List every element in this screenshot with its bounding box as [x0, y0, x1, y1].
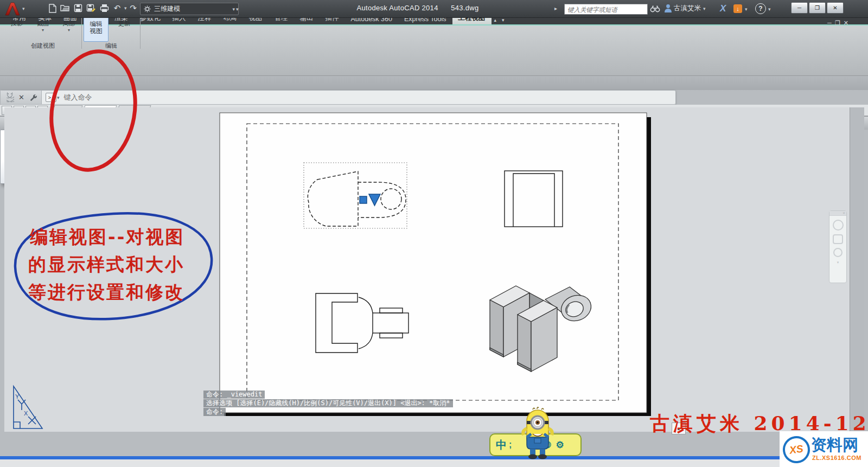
save-icon[interactable] — [72, 2, 85, 14]
command-history-line3: 命令: — [203, 408, 226, 416]
save-as-icon[interactable] — [85, 2, 98, 14]
command-line-bar[interactable]: ✕ >_ ▾ — [0, 90, 676, 105]
ribbon-panel: 投影 A A 截面 ▾ A 局部 ▾ 编辑视图 ↻ — [0, 24, 868, 76]
workspace-switcher[interactable]: 三维建模 ▾ — [140, 3, 239, 15]
redo-icon[interactable]: ↷ — [127, 2, 140, 14]
section-dropdown-icon[interactable]: ▾ — [42, 28, 44, 33]
a360-dropdown-icon[interactable]: ▾ — [745, 7, 748, 12]
section-view-label: 截面 — [37, 20, 49, 27]
ime-punctuation-icon[interactable]: ; — [509, 440, 512, 450]
help-icon[interactable]: ? — [755, 3, 766, 14]
logo-ring: XS — [781, 434, 812, 465]
qat-overflow-icon[interactable]: ▾ — [236, 7, 239, 12]
document-window-controls: ─❐✕ — [827, 20, 852, 27]
doc-close-icon[interactable]: ✕ — [844, 20, 852, 26]
search-input[interactable] — [565, 5, 647, 15]
pan-hand-icon[interactable] — [833, 234, 843, 244]
logo-site-url: ZL.XS1616.COM — [812, 455, 861, 461]
right-window-frame — [850, 107, 864, 432]
window-title: Autodesk AutoCAD 2014 543.dwg — [293, 4, 542, 12]
help-dropdown-icon[interactable]: ▾ — [768, 7, 771, 12]
command-prompt-icon[interactable]: >_ — [46, 93, 56, 102]
detail-dropdown-icon[interactable]: ▾ — [68, 28, 70, 33]
workspace-label: 三维建模 — [154, 4, 228, 14]
doc-minimize-icon[interactable]: ─ — [827, 20, 835, 26]
open-file-icon[interactable] — [59, 2, 72, 14]
customize-wrench-icon[interactable] — [29, 93, 37, 101]
steering-wheel-icon[interactable] — [833, 220, 844, 231]
ime-language-indicator[interactable]: 中 — [496, 438, 507, 452]
doc-restore-icon[interactable]: ❐ — [835, 20, 844, 26]
create-view-group-label: 创建视图 — [4, 41, 81, 50]
navbar-more-icon[interactable]: ▾ — [829, 260, 846, 265]
file-tab-bar: Drawing1* 543.dwg — [0, 76, 868, 90]
app-menu-dropdown-icon[interactable]: ▾ — [22, 6, 25, 11]
infocenter-expand-icon[interactable]: ▸ — [554, 5, 557, 11]
user-dropdown-icon[interactable]: ▾ — [703, 6, 706, 11]
page-background — [0, 459, 868, 467]
site-watermark: XS 资料网 ZL.XS1616.COM — [780, 431, 868, 467]
navigation-bar[interactable]: ✕ ▾ — [829, 210, 847, 283]
annotation-text-line2: 的显示样式和大小 — [28, 253, 184, 277]
ime-toolbar[interactable]: 中 ; ☽ ⚙ — [489, 433, 582, 456]
gear-icon — [144, 5, 151, 12]
exchange-apps-icon[interactable]: X — [720, 3, 726, 14]
user-name: 古滇艾米 — [674, 4, 701, 13]
edit-view-label: 编辑视图 — [87, 21, 105, 35]
edit-group-label: 编辑 — [82, 41, 140, 50]
logo-xs: XS — [789, 443, 804, 456]
logo-name: 资料网 — [811, 434, 858, 456]
drag-grip-icon[interactable] — [7, 92, 14, 103]
annotation-text-line3: 等进行设置和修改 — [28, 280, 184, 305]
a360-download-icon[interactable]: ↓ — [733, 4, 742, 13]
annotation-text-line1: 编辑视图--对视图 — [30, 225, 184, 250]
search-binoculars-icon[interactable] — [650, 5, 660, 12]
title-bar: ▾ ↶ ▾ ↷ ▾ 三维建模 ▾ ▾ Autodesk AutoCAD 2014… — [0, 0, 868, 18]
minimize-button[interactable]: ─ — [791, 2, 808, 14]
command-input[interactable] — [59, 93, 675, 101]
command-close-icon[interactable]: ✕ — [18, 93, 24, 101]
base-view-label: 投影 — [11, 20, 23, 27]
close-button[interactable]: ✕ — [827, 2, 844, 14]
undo-icon[interactable]: ↶ — [111, 2, 124, 14]
ime-moon-icon[interactable]: ☽ — [543, 439, 551, 451]
update-view-label: 更新 — [118, 20, 131, 27]
app-menu-button[interactable]: ▾ — [3, 1, 27, 16]
quick-access-toolbar: ↶ ▾ ↷ ▾ — [46, 2, 143, 14]
ime-settings-gear-icon[interactable]: ⚙ — [556, 439, 564, 451]
user-icon — [664, 4, 672, 13]
window-controls: ─ ❐ ✕ — [791, 2, 844, 14]
command-history-line2: 选择选项 [选择(E)/隐藏线(H)/比例(S)/可见性(V)/退出(X)] <… — [203, 399, 453, 407]
window-bottom-edge — [0, 456, 868, 459]
signin-user[interactable]: 古滇艾米 ▾ — [664, 4, 706, 13]
search-field[interactable] — [564, 4, 648, 15]
zoom-icon[interactable] — [833, 248, 843, 257]
detail-view-label: 局部 — [63, 20, 75, 27]
autocad-logo-icon — [3, 1, 22, 16]
restore-button[interactable]: ❐ — [809, 2, 826, 14]
navbar-close-icon[interactable]: ✕ — [829, 211, 846, 216]
workspace-dropdown-icon[interactable]: ▾ — [232, 7, 235, 12]
new-file-icon[interactable] — [46, 2, 59, 14]
print-icon[interactable] — [98, 2, 111, 14]
command-history-line1: 命令: _viewedit — [203, 391, 265, 399]
command-bar-handle[interactable]: ✕ — [1, 91, 42, 104]
